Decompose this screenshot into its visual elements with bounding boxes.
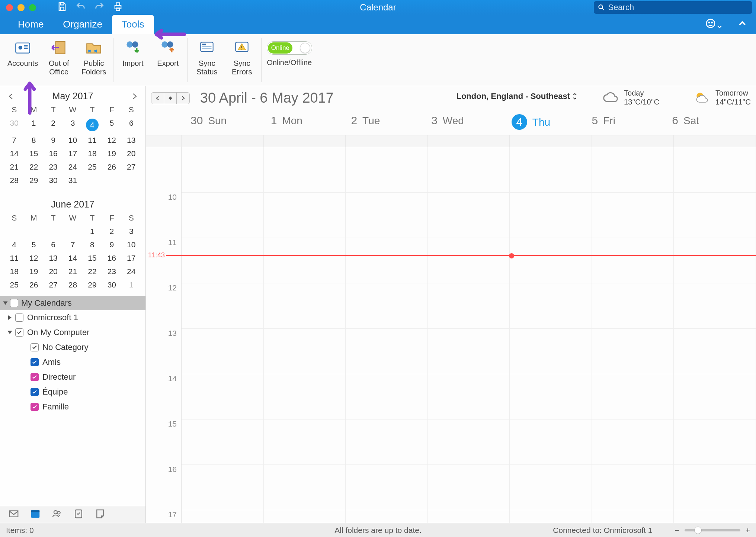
time-slot[interactable] bbox=[182, 465, 264, 510]
checkbox[interactable] bbox=[31, 388, 39, 396]
time-slot[interactable] bbox=[346, 465, 428, 510]
day-header[interactable]: 3Wed bbox=[427, 114, 508, 130]
time-slot[interactable] bbox=[592, 238, 674, 283]
prev-month-button[interactable] bbox=[7, 92, 16, 101]
mini-calendar-day[interactable]: 16 bbox=[44, 147, 63, 160]
mail-icon[interactable] bbox=[8, 508, 19, 521]
time-slot[interactable] bbox=[428, 283, 510, 329]
time-slot[interactable] bbox=[428, 238, 510, 283]
time-slot[interactable] bbox=[510, 147, 592, 193]
time-slot[interactable] bbox=[674, 283, 756, 329]
time-slot[interactable] bbox=[428, 329, 510, 374]
mini-calendar-day[interactable]: 16 bbox=[102, 251, 121, 265]
sync-status-button[interactable]: Sync Status bbox=[193, 38, 221, 76]
mini-calendar-day[interactable]: 21 bbox=[4, 160, 24, 174]
checkbox[interactable] bbox=[15, 313, 23, 322]
time-slot[interactable] bbox=[346, 193, 428, 238]
time-slot[interactable] bbox=[592, 193, 674, 238]
time-slot[interactable] bbox=[428, 419, 510, 465]
all-day-row[interactable] bbox=[146, 135, 756, 147]
time-slot[interactable] bbox=[510, 238, 592, 283]
checkbox[interactable] bbox=[15, 328, 23, 337]
mini-calendar-day[interactable]: 11 bbox=[83, 134, 102, 147]
time-slot[interactable] bbox=[428, 193, 510, 238]
mini-calendar-day[interactable]: 7 bbox=[4, 134, 24, 147]
time-slot[interactable] bbox=[674, 374, 756, 419]
checkbox[interactable] bbox=[31, 358, 39, 366]
mini-calendar-day[interactable]: 9 bbox=[44, 134, 63, 147]
tree-item-directeur[interactable]: Directeur bbox=[0, 370, 145, 385]
mini-calendar-day[interactable]: 6 bbox=[122, 116, 141, 134]
mini-calendar-day[interactable]: 28 bbox=[4, 174, 24, 187]
checkbox[interactable] bbox=[31, 343, 39, 351]
time-slot[interactable] bbox=[510, 329, 592, 374]
mini-calendar-day[interactable]: 30 bbox=[44, 174, 63, 187]
mini-calendar-day[interactable]: 8 bbox=[83, 238, 102, 251]
zoom-slider[interactable] bbox=[685, 529, 740, 531]
mini-calendar-day[interactable]: 9 bbox=[102, 238, 121, 251]
mini-calendar-day[interactable]: 1 bbox=[83, 225, 102, 238]
mini-calendar-day[interactable]: 22 bbox=[24, 160, 43, 174]
time-slot[interactable] bbox=[510, 465, 592, 510]
save-icon[interactable] bbox=[57, 1, 67, 14]
mini-calendar-day[interactable]: 20 bbox=[44, 265, 63, 278]
print-icon[interactable] bbox=[113, 1, 123, 14]
next-month-button[interactable] bbox=[130, 92, 139, 101]
time-slot[interactable] bbox=[510, 510, 592, 523]
mini-calendar-day[interactable]: 4 bbox=[83, 116, 102, 134]
export-button[interactable]: Export bbox=[154, 38, 182, 68]
minimize-window-button[interactable] bbox=[17, 4, 25, 11]
time-slot[interactable] bbox=[346, 510, 428, 523]
day-header[interactable]: 1Mon bbox=[267, 114, 347, 130]
mini-calendar-day[interactable]: 22 bbox=[83, 265, 102, 278]
time-grid[interactable]: 1011121314151617 11:43 bbox=[146, 147, 756, 523]
mini-calendar-day[interactable]: 24 bbox=[122, 265, 141, 278]
mini-calendar-day[interactable]: 5 bbox=[24, 238, 43, 251]
time-slot[interactable] bbox=[182, 283, 264, 329]
next-week-button[interactable] bbox=[177, 93, 189, 104]
online-offline-toggle[interactable]: Online bbox=[267, 41, 312, 55]
time-slot[interactable] bbox=[592, 147, 674, 193]
time-slot[interactable] bbox=[182, 147, 264, 193]
time-slot[interactable] bbox=[592, 510, 674, 523]
tree-item-amis[interactable]: Amis bbox=[0, 355, 145, 370]
time-slot[interactable] bbox=[592, 465, 674, 510]
checkbox[interactable] bbox=[31, 373, 39, 381]
time-slot[interactable] bbox=[264, 193, 346, 238]
mini-calendar-day[interactable]: 17 bbox=[63, 147, 82, 160]
time-slot[interactable] bbox=[182, 238, 264, 283]
mini-calendar-day[interactable]: 23 bbox=[102, 265, 121, 278]
time-slot[interactable] bbox=[264, 147, 346, 193]
time-slot[interactable] bbox=[674, 193, 756, 238]
time-slot[interactable] bbox=[182, 419, 264, 465]
time-slot[interactable] bbox=[264, 238, 346, 283]
time-slot[interactable] bbox=[510, 193, 592, 238]
sync-errors-button[interactable]: Sync Errors bbox=[228, 38, 256, 76]
mini-calendar-day[interactable]: 19 bbox=[24, 265, 43, 278]
mini-calendar-day[interactable]: 13 bbox=[122, 134, 141, 147]
day-header[interactable]: 2Tue bbox=[347, 114, 427, 130]
time-slot[interactable] bbox=[674, 510, 756, 523]
out-of-office-button[interactable]: Out of Office bbox=[45, 38, 73, 76]
time-slot[interactable] bbox=[264, 465, 346, 510]
mini-calendar-day[interactable]: 26 bbox=[24, 278, 43, 292]
weather-location[interactable]: London, England - Southeast bbox=[456, 91, 577, 101]
zoom-window-button[interactable] bbox=[29, 4, 36, 11]
time-slot[interactable] bbox=[674, 419, 756, 465]
mini-calendar-day[interactable]: 7 bbox=[63, 238, 82, 251]
time-slot[interactable] bbox=[428, 147, 510, 193]
mini-calendar-day[interactable]: 14 bbox=[4, 147, 24, 160]
time-slot[interactable] bbox=[182, 193, 264, 238]
mini-calendar-day[interactable]: 10 bbox=[122, 238, 141, 251]
mini-calendar-day[interactable]: 18 bbox=[4, 265, 24, 278]
time-slot[interactable] bbox=[182, 329, 264, 374]
mini-calendar-day[interactable]: 15 bbox=[24, 147, 43, 160]
tree-item-famille[interactable]: Famille bbox=[0, 399, 145, 414]
tree-item-onmicrosoft[interactable]: Onmicrosoft 1 bbox=[0, 310, 145, 325]
mini-calendar-day[interactable]: 11 bbox=[4, 251, 24, 265]
zoom-out-icon[interactable]: − bbox=[675, 526, 679, 535]
mini-calendar-day[interactable]: 21 bbox=[63, 265, 82, 278]
time-slot[interactable] bbox=[674, 147, 756, 193]
search-input[interactable] bbox=[608, 3, 749, 12]
time-slot[interactable] bbox=[346, 374, 428, 419]
